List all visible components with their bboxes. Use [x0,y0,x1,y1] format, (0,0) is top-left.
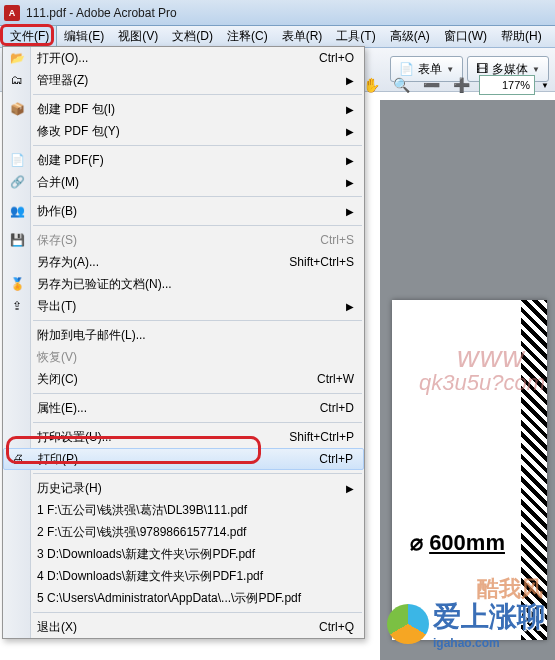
zoom-in-icon[interactable]: ➕ [449,73,473,97]
menu-create-pdf-package[interactable]: 📦 创建 PDF 包(I) ▶ [3,98,364,120]
menu-history[interactable]: 历史记录(H) ▶ [3,477,364,499]
export-icon: ⇪ [8,299,26,313]
view-toolbar: ✋ 🔍 ➖ ➕ 177% ▼ [359,70,549,100]
menu-print-shortcut: Ctrl+P [319,452,353,466]
marquee-zoom-icon[interactable]: 🔍 [389,73,413,97]
menu-recent-5-label: 5 C:\Users\Administrator\AppData\...\示例P… [37,590,301,607]
menu-save-as-shortcut: Shift+Ctrl+S [289,255,354,269]
menu-print[interactable]: 🖨 打印(P)... Ctrl+P [3,448,364,470]
combine-icon: 🔗 [8,175,26,189]
menu-separator [33,94,362,95]
menu-advanced[interactable]: 高级(A) [383,26,437,47]
menu-collaborate[interactable]: 👥 协作(B) ▶ [3,200,364,222]
menu-recent-4-label: 4 D:\Downloads\新建文件夹\示例PDF1.pdf [37,568,263,585]
menu-tools[interactable]: 工具(T) [329,26,382,47]
menu-properties-label: 属性(E)... [37,400,87,417]
dimension-label: ⌀ 600mm [410,530,505,556]
menu-modify-pkg-label: 修改 PDF 包(Y) [37,123,120,140]
menu-separator [33,612,362,613]
menu-file[interactable]: 文件(F) [2,25,57,48]
menu-save-shortcut: Ctrl+S [320,233,354,247]
create-pdf-icon: 📄 [8,153,26,167]
hatched-region [521,300,547,640]
menu-recent-1-label: 1 F:\五公司\钱洪强\葛沽\DL39B\111.pdf [37,502,247,519]
menu-properties[interactable]: 属性(E)... Ctrl+D [3,397,364,419]
menubar: 文件(F) 编辑(E) 视图(V) 文档(D) 注释(C) 表单(R) 工具(T… [0,26,555,48]
menu-print-setup-shortcut: Shift+Ctrl+P [289,430,354,444]
folder-open-icon: 📂 [8,51,26,65]
menu-recent-3-label: 3 D:\Downloads\新建文件夹\示例PDF.pdf [37,546,255,563]
menu-save-certified-label: 另存为已验证的文档(N)... [37,276,172,293]
menu-save-label: 保存(S) [37,232,77,249]
menu-separator [33,320,362,321]
menu-save-as-label: 另存为(A)... [37,254,99,271]
menu-open-shortcut: Ctrl+O [319,51,354,65]
titlebar: A 111.pdf - Adobe Acrobat Pro [0,0,555,26]
menu-combine[interactable]: 🔗 合并(M) ▶ [3,171,364,193]
menu-export[interactable]: ⇪ 导出(T) ▶ [3,295,364,317]
menu-exit-label: 退出(X) [37,619,77,636]
menu-revert-label: 恢复(V) [37,349,77,366]
menu-create-pdf-label: 创建 PDF(F) [37,152,104,169]
menu-recent-1[interactable]: 1 F:\五公司\钱洪强\葛沽\DL39B\111.pdf [3,499,364,521]
menu-combine-label: 合并(M) [37,174,79,191]
submenu-arrow-icon: ▶ [346,483,354,494]
menu-separator [33,393,362,394]
menu-organizer[interactable]: 🗂 管理器(Z) ▶ [3,69,364,91]
phi-symbol: ⌀ [410,530,423,555]
menu-view[interactable]: 视图(V) [111,26,165,47]
menu-close-label: 关闭(C) [37,371,78,388]
menu-properties-shortcut: Ctrl+D [320,401,354,415]
collaborate-icon: 👥 [8,204,26,218]
submenu-arrow-icon: ▶ [346,75,354,86]
menu-forms[interactable]: 表单(R) [275,26,330,47]
menu-save-as[interactable]: 另存为(A)... Shift+Ctrl+S [3,251,364,273]
menu-exit-shortcut: Ctrl+Q [319,620,354,634]
menu-history-label: 历史记录(H) [37,480,102,497]
submenu-arrow-icon: ▶ [346,104,354,115]
menu-close[interactable]: 关闭(C) Ctrl+W [3,368,364,390]
menu-exit[interactable]: 退出(X) Ctrl+Q [3,616,364,638]
window-title: 111.pdf - Adobe Acrobat Pro [26,6,177,20]
menu-edit[interactable]: 编辑(E) [57,26,111,47]
menu-create-pdf[interactable]: 📄 创建 PDF(F) ▶ [3,149,364,171]
menu-recent-2-label: 2 F:\五公司\钱洪强\9789866157714.pdf [37,524,246,541]
document-page: ⌀ 600mm [392,300,547,640]
zoom-out-icon[interactable]: ➖ [419,73,443,97]
menu-recent-3[interactable]: 3 D:\Downloads\新建文件夹\示例PDF.pdf [3,543,364,565]
menu-print-setup-label: 打印设置(U)... [37,429,112,446]
file-menu-dropdown: 📂 打开(O)... Ctrl+O 🗂 管理器(Z) ▶ 📦 创建 PDF 包(… [2,46,365,639]
package-icon: 📦 [8,102,26,116]
zoom-value: 177% [502,79,530,91]
menu-open[interactable]: 📂 打开(O)... Ctrl+O [3,47,364,69]
menu-separator [33,473,362,474]
menu-window[interactable]: 窗口(W) [437,26,494,47]
menu-recent-5[interactable]: 5 C:\Users\Administrator\AppData\...\示例P… [3,587,364,609]
menu-attach-email[interactable]: 附加到电子邮件(L)... [3,324,364,346]
submenu-arrow-icon: ▶ [346,206,354,217]
printer-icon: 🖨 [9,452,27,466]
menu-recent-4[interactable]: 4 D:\Downloads\新建文件夹\示例PDF1.pdf [3,565,364,587]
save-icon: 💾 [8,233,26,247]
menu-close-shortcut: Ctrl+W [317,372,354,386]
organizer-icon: 🗂 [8,73,26,87]
menu-separator [33,225,362,226]
submenu-arrow-icon: ▶ [346,177,354,188]
menu-revert: 恢复(V) [3,346,364,368]
menu-print-setup[interactable]: 打印设置(U)... Shift+Ctrl+P [3,426,364,448]
menu-collaborate-label: 协作(B) [37,203,77,220]
chevron-down-icon[interactable]: ▼ [541,81,549,90]
document-viewport[interactable]: ⌀ 600mm [380,100,555,660]
menu-save-certified[interactable]: 🏅 另存为已验证的文档(N)... [3,273,364,295]
menu-separator [33,422,362,423]
zoom-level-field[interactable]: 177% [479,75,535,95]
dimension-value: 600mm [429,530,505,555]
menu-document[interactable]: 文档(D) [165,26,220,47]
submenu-arrow-icon: ▶ [346,126,354,137]
menu-help[interactable]: 帮助(H) [494,26,549,47]
menu-modify-pdf-package[interactable]: 修改 PDF 包(Y) ▶ [3,120,364,142]
menu-comments[interactable]: 注释(C) [220,26,275,47]
menu-recent-2[interactable]: 2 F:\五公司\钱洪强\9789866157714.pdf [3,521,364,543]
menu-print-label: 打印(P)... [38,451,88,468]
menu-export-label: 导出(T) [37,298,76,315]
